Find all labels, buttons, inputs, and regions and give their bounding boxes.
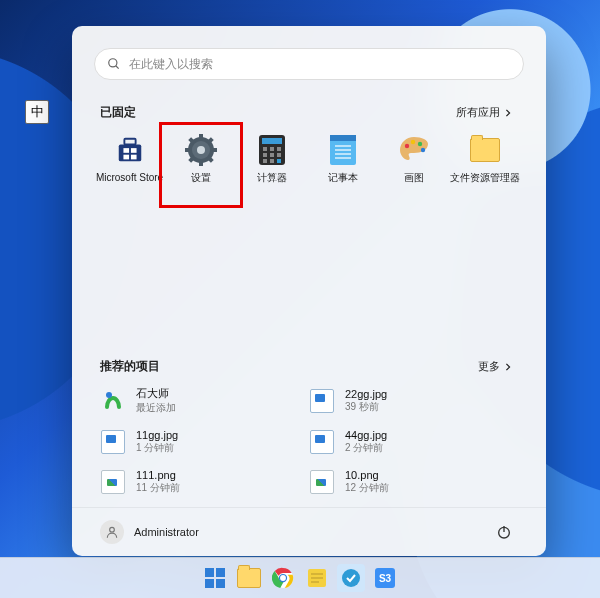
- pinned-app-settings[interactable]: 设置: [165, 128, 236, 208]
- all-apps-label: 所有应用: [456, 105, 500, 120]
- recommended-item[interactable]: 11gg.jpg1 分钟前: [100, 429, 309, 455]
- paint-icon: [398, 134, 430, 166]
- taskbar-notes[interactable]: [303, 564, 331, 592]
- svg-rect-47: [205, 579, 214, 588]
- svg-rect-28: [263, 159, 267, 163]
- recommended-title: 22gg.jpg: [345, 388, 387, 400]
- svg-rect-48: [216, 579, 225, 588]
- svg-rect-25: [263, 153, 267, 157]
- taskbar-chrome[interactable]: [269, 564, 297, 592]
- pinned-app-label: 记事本: [328, 172, 358, 183]
- notepad-icon: [327, 134, 359, 166]
- svg-rect-11: [199, 160, 203, 166]
- chrome-icon: [272, 567, 294, 589]
- pinned-app-label: 文件资源管理器: [450, 172, 520, 183]
- svg-rect-30: [277, 159, 281, 163]
- pinned-app-label: 计算器: [257, 172, 287, 183]
- recommended-item[interactable]: 22gg.jpg39 秒前: [309, 386, 518, 415]
- more-button[interactable]: 更多: [472, 358, 518, 375]
- svg-rect-2: [118, 144, 141, 161]
- svg-point-38: [410, 140, 414, 144]
- chevron-right-icon: [504, 363, 512, 371]
- svg-point-42: [110, 527, 115, 532]
- pinned-app-notepad[interactable]: 记事本: [307, 128, 378, 208]
- ime-indicator[interactable]: 中: [25, 100, 49, 124]
- pinned-app-file-explorer[interactable]: 文件资源管理器: [449, 128, 520, 208]
- pinned-app-microsoft-store[interactable]: Microsoft Store: [94, 128, 165, 208]
- svg-rect-10: [199, 134, 203, 140]
- store-icon: [114, 134, 146, 166]
- svg-rect-32: [330, 135, 356, 141]
- taskbar-start-button[interactable]: [201, 564, 229, 592]
- windows-icon: [204, 567, 226, 589]
- svg-rect-27: [277, 153, 281, 157]
- svg-rect-12: [185, 148, 191, 152]
- folder-icon: [469, 134, 501, 166]
- avatar-icon: [100, 520, 124, 544]
- more-label: 更多: [478, 359, 500, 374]
- image-file-icon: [309, 388, 335, 414]
- image-file-icon: [309, 429, 335, 455]
- recommended-subtitle: 1 分钟前: [136, 441, 178, 455]
- svg-point-19: [197, 146, 205, 154]
- svg-rect-23: [270, 147, 274, 151]
- image-file-icon: [100, 429, 126, 455]
- svg-rect-6: [123, 155, 129, 160]
- taskbar: S3: [0, 557, 600, 598]
- svg-rect-22: [263, 147, 267, 151]
- svg-rect-29: [270, 159, 274, 163]
- recommended-grid: 石大师最近添加 22gg.jpg39 秒前 11gg.jpg1 分钟前 44gg…: [100, 386, 518, 495]
- svg-rect-3: [124, 139, 135, 145]
- svg-line-1: [116, 66, 119, 69]
- recommended-subtitle: 11 分钟前: [136, 481, 180, 495]
- start-menu-footer: Administrator: [72, 507, 546, 556]
- user-account-button[interactable]: Administrator: [100, 520, 199, 544]
- all-apps-button[interactable]: 所有应用: [450, 104, 518, 121]
- search-placeholder: 在此键入以搜索: [129, 56, 213, 73]
- sticky-notes-icon: [306, 567, 328, 589]
- taskbar-file-explorer[interactable]: [235, 564, 263, 592]
- svg-rect-5: [130, 148, 136, 153]
- power-icon: [496, 524, 512, 540]
- recommended-item[interactable]: 111.png11 分钟前: [100, 469, 309, 495]
- pinned-app-paint[interactable]: 画图: [378, 128, 449, 208]
- svg-point-0: [109, 59, 117, 67]
- recommended-subtitle: 12 分钟前: [345, 481, 389, 495]
- pinned-label: 已固定: [100, 104, 136, 121]
- taskbar-app-s3[interactable]: S3: [371, 564, 399, 592]
- recommended-section-header: 推荐的项目 更多: [100, 358, 518, 375]
- pinned-app-label: Microsoft Store: [96, 172, 163, 183]
- chevron-right-icon: [504, 109, 512, 117]
- taskbar-app-blue[interactable]: [337, 564, 365, 592]
- recommended-item[interactable]: 石大师最近添加: [100, 386, 309, 415]
- svg-rect-7: [130, 155, 136, 160]
- calculator-icon: [256, 134, 288, 166]
- recommended-label: 推荐的项目: [100, 358, 160, 375]
- recommended-title: 10.png: [345, 469, 389, 481]
- search-icon: [107, 57, 121, 71]
- svg-point-56: [342, 569, 360, 587]
- recommended-title: 石大师: [136, 386, 176, 401]
- recommended-item[interactable]: 10.png12 分钟前: [309, 469, 518, 495]
- pinned-app-label: 设置: [191, 172, 211, 183]
- circle-app-icon: [340, 567, 362, 589]
- pinned-app-calculator[interactable]: 计算器: [236, 128, 307, 208]
- pinned-section-header: 已固定 所有应用: [100, 104, 518, 121]
- recommended-item[interactable]: 44gg.jpg2 分钟前: [309, 429, 518, 455]
- svg-rect-21: [262, 138, 282, 144]
- svg-text:S3: S3: [379, 573, 392, 584]
- power-button[interactable]: [490, 518, 518, 546]
- folder-icon: [237, 568, 261, 588]
- svg-rect-26: [270, 153, 274, 157]
- recommended-title: 44gg.jpg: [345, 429, 387, 441]
- recommended-subtitle: 最近添加: [136, 401, 176, 415]
- s3-icon: S3: [374, 567, 396, 589]
- gear-icon: [185, 134, 217, 166]
- recommended-subtitle: 2 分钟前: [345, 441, 387, 455]
- svg-point-39: [417, 142, 421, 146]
- svg-rect-13: [211, 148, 217, 152]
- search-box[interactable]: 在此键入以搜索: [94, 48, 524, 80]
- png-file-icon: [309, 469, 335, 495]
- app-icon: [100, 388, 126, 414]
- recommended-title: 111.png: [136, 469, 180, 481]
